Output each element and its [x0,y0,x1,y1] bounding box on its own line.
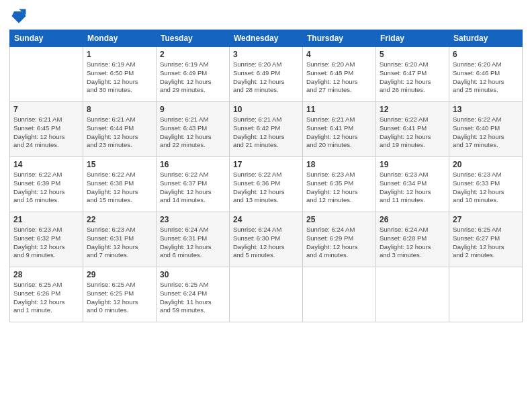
calendar-cell: 22Sunrise: 6:23 AM Sunset: 6:31 PM Dayli… [83,212,157,267]
day-number: 29 [87,270,152,279]
calendar-cell [10,47,83,102]
day-info: Sunrise: 6:20 AM Sunset: 6:49 PM Dayligh… [233,60,299,95]
calendar-cell [376,267,449,322]
day-info: Sunrise: 6:21 AM Sunset: 6:41 PM Dayligh… [306,116,372,150]
calendar-cell: 23Sunrise: 6:24 AM Sunset: 6:31 PM Dayli… [157,212,230,267]
day-info: Sunrise: 6:23 AM Sunset: 6:33 PM Dayligh… [453,171,519,205]
calendar-cell: 25Sunrise: 6:24 AM Sunset: 6:29 PM Dayli… [303,212,376,267]
calendar-cell: 3Sunrise: 6:20 AM Sunset: 6:49 PM Daylig… [230,47,303,102]
day-info: Sunrise: 6:22 AM Sunset: 6:37 PM Dayligh… [160,171,226,205]
calendar-cell: 19Sunrise: 6:23 AM Sunset: 6:34 PM Dayli… [376,157,449,212]
day-info: Sunrise: 6:20 AM Sunset: 6:48 PM Dayligh… [306,60,372,95]
day-number: 26 [380,215,445,224]
col-thursday: Thursday [303,30,376,47]
day-info: Sunrise: 6:22 AM Sunset: 6:39 PM Dayligh… [13,171,79,205]
day-number: 27 [453,215,519,224]
day-info: Sunrise: 6:20 AM Sunset: 6:46 PM Dayligh… [453,60,519,95]
day-number: 16 [160,160,226,169]
day-info: Sunrise: 6:23 AM Sunset: 6:31 PM Dayligh… [87,226,152,260]
day-number: 19 [380,160,445,169]
logo-icon [9,7,28,26]
col-tuesday: Tuesday [157,30,230,47]
day-number: 15 [87,160,152,169]
day-number: 11 [306,105,372,114]
day-number: 6 [453,50,519,59]
calendar-table: Sunday Monday Tuesday Wednesday Thursday… [9,30,523,322]
day-number: 28 [13,270,79,279]
day-number: 1 [87,50,152,59]
day-info: Sunrise: 6:24 AM Sunset: 6:30 PM Dayligh… [233,226,299,260]
logo [9,7,31,26]
svg-marker-0 [12,11,26,24]
calendar-cell: 24Sunrise: 6:24 AM Sunset: 6:30 PM Dayli… [230,212,303,267]
calendar-cell: 11Sunrise: 6:21 AM Sunset: 6:41 PM Dayli… [303,102,376,157]
calendar-cell: 5Sunrise: 6:20 AM Sunset: 6:47 PM Daylig… [376,47,449,102]
day-info: Sunrise: 6:22 AM Sunset: 6:36 PM Dayligh… [233,171,299,205]
day-info: Sunrise: 6:21 AM Sunset: 6:44 PM Dayligh… [87,116,152,150]
day-number: 24 [233,215,299,224]
day-number: 14 [13,160,79,169]
day-info: Sunrise: 6:25 AM Sunset: 6:26 PM Dayligh… [13,281,79,315]
day-number: 20 [453,160,519,169]
day-info: Sunrise: 6:20 AM Sunset: 6:47 PM Dayligh… [380,60,445,95]
page-header [9,7,523,26]
calendar-cell: 28Sunrise: 6:25 AM Sunset: 6:26 PM Dayli… [10,267,83,322]
day-number: 4 [306,50,372,59]
day-number: 12 [380,105,445,114]
day-number: 21 [13,215,79,224]
day-number: 5 [380,50,445,59]
calendar-cell: 12Sunrise: 6:22 AM Sunset: 6:41 PM Dayli… [376,102,449,157]
calendar-cell: 29Sunrise: 6:25 AM Sunset: 6:25 PM Dayli… [83,267,157,322]
day-number: 10 [233,105,299,114]
day-number: 22 [87,215,152,224]
calendar-cell [449,267,523,322]
col-friday: Friday [376,30,449,47]
calendar-cell: 1Sunrise: 6:19 AM Sunset: 6:50 PM Daylig… [83,47,157,102]
day-info: Sunrise: 6:22 AM Sunset: 6:40 PM Dayligh… [453,116,519,150]
day-number: 13 [453,105,519,114]
calendar-cell: 6Sunrise: 6:20 AM Sunset: 6:46 PM Daylig… [449,47,523,102]
day-info: Sunrise: 6:21 AM Sunset: 6:42 PM Dayligh… [233,116,299,150]
day-number: 3 [233,50,299,59]
col-monday: Monday [83,30,157,47]
calendar-cell: 9Sunrise: 6:21 AM Sunset: 6:43 PM Daylig… [157,102,230,157]
day-number: 25 [306,215,372,224]
day-number: 30 [160,270,226,279]
day-info: Sunrise: 6:22 AM Sunset: 6:41 PM Dayligh… [380,116,445,150]
day-number: 9 [160,105,226,114]
day-number: 18 [306,160,372,169]
day-info: Sunrise: 6:25 AM Sunset: 6:27 PM Dayligh… [453,226,519,260]
calendar-cell: 26Sunrise: 6:24 AM Sunset: 6:28 PM Dayli… [376,212,449,267]
calendar-cell: 4Sunrise: 6:20 AM Sunset: 6:48 PM Daylig… [303,47,376,102]
day-info: Sunrise: 6:19 AM Sunset: 6:49 PM Dayligh… [160,60,226,95]
calendar-cell: 2Sunrise: 6:19 AM Sunset: 6:49 PM Daylig… [157,47,230,102]
day-info: Sunrise: 6:21 AM Sunset: 6:45 PM Dayligh… [13,116,79,150]
calendar-cell: 10Sunrise: 6:21 AM Sunset: 6:42 PM Dayli… [230,102,303,157]
day-number: 2 [160,50,226,59]
day-info: Sunrise: 6:24 AM Sunset: 6:28 PM Dayligh… [380,226,445,260]
day-info: Sunrise: 6:23 AM Sunset: 6:34 PM Dayligh… [380,171,445,205]
day-number: 17 [233,160,299,169]
calendar-cell: 14Sunrise: 6:22 AM Sunset: 6:39 PM Dayli… [10,157,83,212]
calendar-cell: 7Sunrise: 6:21 AM Sunset: 6:45 PM Daylig… [10,102,83,157]
calendar-cell: 17Sunrise: 6:22 AM Sunset: 6:36 PM Dayli… [230,157,303,212]
day-info: Sunrise: 6:25 AM Sunset: 6:24 PM Dayligh… [160,281,226,315]
day-number: 23 [160,215,226,224]
day-number: 8 [87,105,152,114]
col-saturday: Saturday [449,30,523,47]
calendar-cell: 18Sunrise: 6:23 AM Sunset: 6:35 PM Dayli… [303,157,376,212]
col-wednesday: Wednesday [230,30,303,47]
day-info: Sunrise: 6:25 AM Sunset: 6:25 PM Dayligh… [87,281,152,315]
day-info: Sunrise: 6:23 AM Sunset: 6:35 PM Dayligh… [306,171,372,205]
calendar-cell: 21Sunrise: 6:23 AM Sunset: 6:32 PM Dayli… [10,212,83,267]
calendar-cell: 13Sunrise: 6:22 AM Sunset: 6:40 PM Dayli… [449,102,523,157]
calendar-cell: 15Sunrise: 6:22 AM Sunset: 6:38 PM Dayli… [83,157,157,212]
day-info: Sunrise: 6:24 AM Sunset: 6:31 PM Dayligh… [160,226,226,260]
day-info: Sunrise: 6:22 AM Sunset: 6:38 PM Dayligh… [87,171,152,205]
day-info: Sunrise: 6:19 AM Sunset: 6:50 PM Dayligh… [87,60,152,95]
col-sunday: Sunday [10,30,83,47]
calendar-cell: 8Sunrise: 6:21 AM Sunset: 6:44 PM Daylig… [83,102,157,157]
calendar-cell: 30Sunrise: 6:25 AM Sunset: 6:24 PM Dayli… [157,267,230,322]
calendar-header-row: Sunday Monday Tuesday Wednesday Thursday… [10,30,523,47]
calendar-cell: 27Sunrise: 6:25 AM Sunset: 6:27 PM Dayli… [449,212,523,267]
